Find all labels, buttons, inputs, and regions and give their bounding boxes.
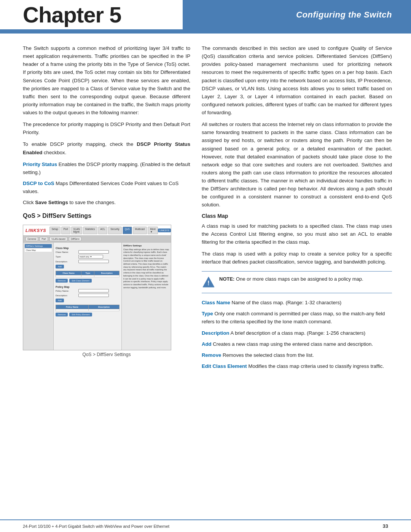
ss-desc-input[interactable] bbox=[78, 260, 109, 263]
ss-logout-btn[interactable]: LINKSYS bbox=[158, 228, 170, 232]
screenshot-container: LINKSYS Setup Port VLAN Mgmt Statistics … bbox=[23, 225, 190, 357]
ss-classname-input[interactable] bbox=[78, 250, 109, 254]
ss-form-area: Class Map Class Name: Type: match-any ▼ … bbox=[54, 243, 121, 350]
ss-tab-port[interactable]: Port bbox=[61, 227, 70, 234]
ss-policy-btn-row: Remove Edit Policy Element bbox=[56, 313, 119, 316]
term-edit-class-text: Modifies the class map criteria used to … bbox=[247, 363, 384, 369]
note-label: NOTE: bbox=[219, 276, 234, 282]
ss-policyname-input[interactable] bbox=[78, 289, 109, 292]
ss-edit-btn[interactable]: Edit Class Element bbox=[69, 279, 91, 283]
ss-tab-stats[interactable]: Statistics bbox=[83, 227, 97, 234]
chapter-title-area: Chapter 5 bbox=[0, 0, 183, 29]
page-footer: 24-Port 10/100 + 4-Port Gigabit Switch w… bbox=[0, 519, 411, 532]
right-para2: All switches or routers that access the … bbox=[202, 120, 392, 209]
ss-policy-add-row: Add bbox=[56, 299, 119, 302]
ss-sidebar-diffserv[interactable]: DiffServ Settings bbox=[25, 244, 52, 248]
ss-tab-acl[interactable]: ACL bbox=[98, 227, 108, 234]
ss-policydesc-input[interactable] bbox=[78, 294, 109, 297]
term-classname-label: Class Name bbox=[202, 300, 230, 305]
ss-policy-add-btn[interactable]: Add bbox=[56, 299, 64, 302]
diffserv-section-heading: QoS > DiffServ Settings bbox=[23, 212, 190, 219]
term-dscp-to-cos-label: DSCP to CoS bbox=[23, 181, 54, 186]
section-title-area: Configuring the Switch bbox=[183, 0, 411, 29]
note-box: ! NOTE: One or more class maps can be as… bbox=[202, 271, 392, 293]
ss-col-name: Class Name bbox=[56, 271, 81, 275]
ss-tab-vlan[interactable]: VLAN Mgmt bbox=[71, 227, 82, 234]
left-para3-pre: To enable DSCP priority mapping, check t… bbox=[23, 141, 137, 147]
right-para1: The commands described in this section a… bbox=[202, 44, 392, 117]
right-para3: A class map is used for matching packets… bbox=[202, 222, 392, 246]
term-type: Type Only one match command is permitted… bbox=[202, 310, 392, 326]
ss-type-label: Type: bbox=[56, 256, 78, 258]
screenshot-box: LINKSYS Setup Port VLAN Mgmt Statistics … bbox=[23, 225, 171, 350]
term-description: Description A brief description of a cla… bbox=[202, 329, 392, 337]
accent-bar bbox=[0, 30, 411, 34]
ss-subnav-vlanbased[interactable]: VLAN-based bbox=[49, 237, 67, 241]
left-para4-pre: Click bbox=[23, 200, 35, 205]
ss-type-select[interactable]: match-any ▼ bbox=[78, 255, 103, 259]
ss-tab-more[interactable]: More ▼ bbox=[148, 227, 158, 234]
ss-table-btn-row: Remove Edit Class Element bbox=[56, 279, 119, 283]
ss-sidebar: DiffServ Settings Class Map bbox=[23, 243, 54, 350]
ss-tab-setup[interactable]: Setup bbox=[49, 227, 61, 234]
ss-pcol-name: Policy Name bbox=[56, 305, 89, 309]
term-priority-status-label: Priority Status bbox=[23, 161, 57, 167]
ss-rp-title: DiffServ Settings bbox=[123, 244, 169, 247]
ss-tab-multicast[interactable]: Multicast bbox=[133, 227, 147, 234]
ss-class-btn-row: Add bbox=[56, 265, 119, 268]
term-dscp-to-cos: DSCP to CoS Maps Differentiated Services… bbox=[23, 179, 190, 195]
ss-subnav-diffserv[interactable]: DiffServ bbox=[69, 237, 81, 241]
ss-policyname-label: Policy Name: bbox=[56, 290, 78, 292]
ss-add-btn[interactable]: Add bbox=[56, 265, 64, 268]
left-column: The Switch supports a common method of p… bbox=[23, 44, 190, 373]
ss-right-panel: DiffServ Settings Class Map settings all… bbox=[121, 243, 171, 350]
ss-rp-content: Class Map settings allow you to define c… bbox=[123, 248, 169, 289]
left-para4-post: to save the changes. bbox=[68, 200, 116, 205]
ss-col-desc: Description bbox=[94, 271, 119, 275]
note-text: NOTE: One or more class maps can be assi… bbox=[219, 275, 363, 283]
term-edit-class: Edit Class Element Modifies the class ma… bbox=[202, 362, 392, 370]
term-remove: Remove Removes the selected class from t… bbox=[202, 351, 392, 359]
ss-col-type: Type bbox=[81, 271, 94, 275]
ss-policymap-label: Policy Map bbox=[56, 286, 119, 288]
ss-classmap-label: Class Map bbox=[56, 247, 119, 249]
ss-tab-security[interactable]: Security bbox=[108, 227, 121, 234]
ss-subnav-port[interactable]: Port bbox=[40, 237, 48, 241]
ss-pcol-desc: Description bbox=[89, 305, 119, 309]
term-add: Add Creates a new class map using the en… bbox=[202, 340, 392, 348]
ss-class-table: Class Name Type Description bbox=[56, 271, 119, 277]
save-settings-bold: Save Settings bbox=[35, 200, 68, 205]
ss-classname-label: Class Name: bbox=[56, 251, 78, 253]
term-type-label: Type bbox=[202, 311, 213, 316]
term-remove-text: Removes the selected class from the list… bbox=[221, 352, 314, 358]
footer-page-number: 33 bbox=[383, 523, 388, 529]
ss-remove-class-btn[interactable]: Remove bbox=[56, 279, 68, 283]
term-add-text: Creates a new class map using the entere… bbox=[212, 341, 373, 347]
ss-desc-label: Description: bbox=[56, 260, 78, 263]
warning-triangle-icon: ! bbox=[202, 276, 215, 289]
ss-nav-tabs: Setup Port VLAN Mgmt Statistics ACL Secu… bbox=[49, 227, 158, 234]
right-para4: The class map is used with a policy map … bbox=[202, 250, 392, 266]
note-body: One or more class maps can be assigned t… bbox=[234, 276, 363, 282]
ss-tab-qos[interactable]: QoS bbox=[123, 227, 132, 234]
page-header: Chapter 5 Configuring the Switch bbox=[0, 0, 411, 30]
left-para3-post: checkbox. bbox=[42, 150, 66, 155]
right-column: The commands described in this section a… bbox=[202, 44, 392, 373]
ss-edit-policy-btn[interactable]: Edit Policy Element bbox=[69, 313, 92, 316]
ss-sidebar-classmap[interactable]: Class Map bbox=[25, 249, 52, 252]
ss-table-row[interactable] bbox=[56, 275, 119, 277]
term-classname: Class Name Name of the class map. (Range… bbox=[202, 299, 392, 307]
ss-subnav: General Port VLAN-based DiffServ bbox=[23, 236, 171, 243]
ss-remove-policy-btn[interactable]: Remove bbox=[56, 313, 68, 316]
ss-subnav-general[interactable]: General bbox=[25, 237, 38, 241]
term-type-text: Only one match command is permitted per … bbox=[202, 311, 385, 324]
left-para3: To enable DSCP priority mapping, check t… bbox=[23, 140, 190, 156]
ss-policy-row[interactable] bbox=[56, 309, 119, 311]
left-para2: The precedence for priority mapping is D… bbox=[23, 120, 190, 136]
section-title: Configuring the Switch bbox=[296, 10, 392, 20]
ss-type-row: Type: match-any ▼ bbox=[56, 255, 119, 259]
term-classname-text: Name of the class map. (Range: 1-32 char… bbox=[230, 300, 341, 305]
chapter-title: Chapter 5 bbox=[23, 4, 121, 26]
class-map-heading: Class Map bbox=[202, 213, 392, 219]
main-content: The Switch supports a common method of p… bbox=[0, 34, 411, 385]
